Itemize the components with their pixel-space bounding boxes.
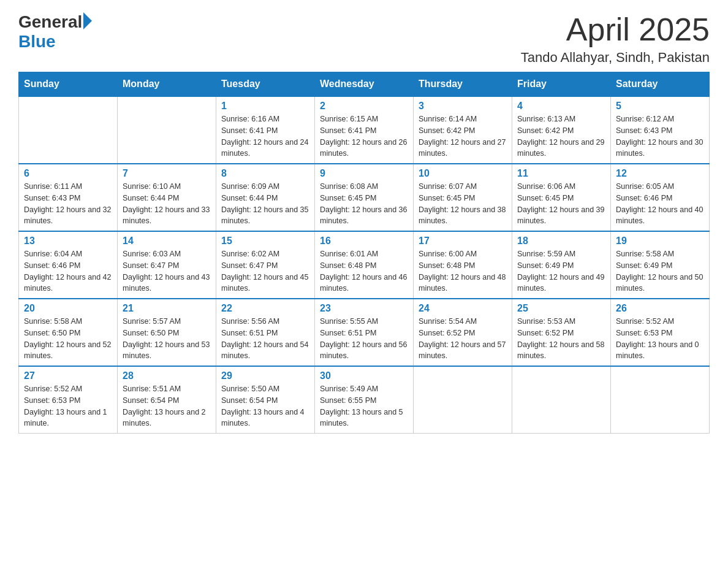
day-number: 12 xyxy=(616,168,704,179)
calendar-cell: 1Sunrise: 6:16 AMSunset: 6:41 PMDaylight… xyxy=(216,96,315,164)
calendar-cell: 30Sunrise: 5:49 AMSunset: 6:55 PMDayligh… xyxy=(315,366,414,434)
day-number: 23 xyxy=(320,303,408,314)
day-info: Sunrise: 6:04 AMSunset: 6:46 PMDaylight:… xyxy=(24,248,112,294)
day-number: 27 xyxy=(24,370,112,381)
calendar-cell: 29Sunrise: 5:50 AMSunset: 6:54 PMDayligh… xyxy=(216,366,315,434)
day-number: 26 xyxy=(616,303,704,314)
day-number: 25 xyxy=(517,303,605,314)
day-number: 21 xyxy=(123,303,211,314)
day-info: Sunrise: 6:05 AMSunset: 6:46 PMDaylight:… xyxy=(616,181,704,227)
calendar-cell: 12Sunrise: 6:05 AMSunset: 6:46 PMDayligh… xyxy=(611,164,710,231)
day-info: Sunrise: 6:01 AMSunset: 6:48 PMDaylight:… xyxy=(320,248,408,294)
day-number: 14 xyxy=(123,236,211,247)
day-number: 6 xyxy=(24,168,112,179)
logo-triangle-icon xyxy=(83,12,92,29)
title-block: April 2025 Tando Allahyar, Sindh, Pakist… xyxy=(521,12,710,66)
day-number: 9 xyxy=(320,168,408,179)
day-number: 22 xyxy=(221,303,309,314)
day-number: 7 xyxy=(123,168,211,179)
day-info: Sunrise: 5:51 AMSunset: 6:54 PMDaylight:… xyxy=(123,383,211,429)
weekday-header-monday: Monday xyxy=(118,72,216,97)
day-number: 5 xyxy=(616,101,704,112)
day-info: Sunrise: 6:08 AMSunset: 6:45 PMDaylight:… xyxy=(320,181,408,227)
day-number: 29 xyxy=(221,370,309,381)
day-info: Sunrise: 5:58 AMSunset: 6:49 PMDaylight:… xyxy=(616,248,704,294)
calendar-cell: 18Sunrise: 5:59 AMSunset: 6:49 PMDayligh… xyxy=(512,231,611,299)
calendar-cell xyxy=(19,96,118,164)
calendar-cell: 22Sunrise: 5:56 AMSunset: 6:51 PMDayligh… xyxy=(216,299,315,366)
day-info: Sunrise: 6:11 AMSunset: 6:43 PMDaylight:… xyxy=(24,181,112,227)
day-info: Sunrise: 5:52 AMSunset: 6:53 PMDaylight:… xyxy=(24,383,112,429)
day-info: Sunrise: 6:00 AMSunset: 6:48 PMDaylight:… xyxy=(419,248,507,294)
calendar-cell: 10Sunrise: 6:07 AMSunset: 6:45 PMDayligh… xyxy=(414,164,512,231)
weekday-header-thursday: Thursday xyxy=(414,72,512,97)
calendar-cell: 6Sunrise: 6:11 AMSunset: 6:43 PMDaylight… xyxy=(19,164,118,231)
weekday-header-saturday: Saturday xyxy=(611,72,710,97)
day-info: Sunrise: 6:12 AMSunset: 6:43 PMDaylight:… xyxy=(616,113,704,159)
week-row-5: 27Sunrise: 5:52 AMSunset: 6:53 PMDayligh… xyxy=(19,366,710,434)
day-info: Sunrise: 6:14 AMSunset: 6:42 PMDaylight:… xyxy=(419,113,507,159)
week-row-2: 6Sunrise: 6:11 AMSunset: 6:43 PMDaylight… xyxy=(19,164,710,231)
day-number: 8 xyxy=(221,168,309,179)
day-number: 2 xyxy=(320,101,408,112)
logo-general-text: General xyxy=(18,12,82,32)
calendar-cell: 16Sunrise: 6:01 AMSunset: 6:48 PMDayligh… xyxy=(315,231,414,299)
day-info: Sunrise: 5:55 AMSunset: 6:51 PMDaylight:… xyxy=(320,316,408,362)
day-info: Sunrise: 5:53 AMSunset: 6:52 PMDaylight:… xyxy=(517,316,605,362)
calendar-cell: 8Sunrise: 6:09 AMSunset: 6:44 PMDaylight… xyxy=(216,164,315,231)
day-info: Sunrise: 6:06 AMSunset: 6:45 PMDaylight:… xyxy=(517,181,605,227)
calendar-cell: 19Sunrise: 5:58 AMSunset: 6:49 PMDayligh… xyxy=(611,231,710,299)
calendar-cell: 17Sunrise: 6:00 AMSunset: 6:48 PMDayligh… xyxy=(414,231,512,299)
calendar-cell xyxy=(611,366,710,434)
calendar-cell: 28Sunrise: 5:51 AMSunset: 6:54 PMDayligh… xyxy=(118,366,216,434)
day-info: Sunrise: 5:49 AMSunset: 6:55 PMDaylight:… xyxy=(320,383,408,429)
calendar-cell: 23Sunrise: 5:55 AMSunset: 6:51 PMDayligh… xyxy=(315,299,414,366)
day-number: 13 xyxy=(24,236,112,247)
calendar-cell: 20Sunrise: 5:58 AMSunset: 6:50 PMDayligh… xyxy=(19,299,118,366)
calendar-cell: 27Sunrise: 5:52 AMSunset: 6:53 PMDayligh… xyxy=(19,366,118,434)
calendar-cell: 9Sunrise: 6:08 AMSunset: 6:45 PMDaylight… xyxy=(315,164,414,231)
day-number: 4 xyxy=(517,101,605,112)
day-info: Sunrise: 5:56 AMSunset: 6:51 PMDaylight:… xyxy=(221,316,309,362)
week-row-3: 13Sunrise: 6:04 AMSunset: 6:46 PMDayligh… xyxy=(19,231,710,299)
day-info: Sunrise: 5:52 AMSunset: 6:53 PMDaylight:… xyxy=(616,316,704,362)
day-info: Sunrise: 6:03 AMSunset: 6:47 PMDaylight:… xyxy=(123,248,211,294)
day-info: Sunrise: 5:58 AMSunset: 6:50 PMDaylight:… xyxy=(24,316,112,362)
calendar-cell: 26Sunrise: 5:52 AMSunset: 6:53 PMDayligh… xyxy=(611,299,710,366)
calendar-cell: 15Sunrise: 6:02 AMSunset: 6:47 PMDayligh… xyxy=(216,231,315,299)
day-info: Sunrise: 5:57 AMSunset: 6:50 PMDaylight:… xyxy=(123,316,211,362)
weekday-header-wednesday: Wednesday xyxy=(315,72,414,97)
calendar-cell: 25Sunrise: 5:53 AMSunset: 6:52 PMDayligh… xyxy=(512,299,611,366)
logo: General Blue xyxy=(18,12,92,52)
weekday-header-row: SundayMondayTuesdayWednesdayThursdayFrid… xyxy=(19,72,710,97)
calendar-cell: 7Sunrise: 6:10 AMSunset: 6:44 PMDaylight… xyxy=(118,164,216,231)
page-header: General Blue April 2025 Tando Allahyar, … xyxy=(18,12,710,66)
calendar-cell: 21Sunrise: 5:57 AMSunset: 6:50 PMDayligh… xyxy=(118,299,216,366)
day-number: 19 xyxy=(616,236,704,247)
calendar-cell xyxy=(414,366,512,434)
day-info: Sunrise: 6:10 AMSunset: 6:44 PMDaylight:… xyxy=(123,181,211,227)
day-info: Sunrise: 6:15 AMSunset: 6:41 PMDaylight:… xyxy=(320,113,408,159)
calendar-cell xyxy=(118,96,216,164)
day-info: Sunrise: 5:54 AMSunset: 6:52 PMDaylight:… xyxy=(419,316,507,362)
calendar-cell: 11Sunrise: 6:06 AMSunset: 6:45 PMDayligh… xyxy=(512,164,611,231)
day-number: 28 xyxy=(123,370,211,381)
calendar-cell: 14Sunrise: 6:03 AMSunset: 6:47 PMDayligh… xyxy=(118,231,216,299)
day-info: Sunrise: 6:02 AMSunset: 6:47 PMDaylight:… xyxy=(221,248,309,294)
day-info: Sunrise: 6:09 AMSunset: 6:44 PMDaylight:… xyxy=(221,181,309,227)
day-number: 20 xyxy=(24,303,112,314)
day-info: Sunrise: 6:16 AMSunset: 6:41 PMDaylight:… xyxy=(221,113,309,159)
day-number: 30 xyxy=(320,370,408,381)
day-number: 16 xyxy=(320,236,408,247)
location-title: Tando Allahyar, Sindh, Pakistan xyxy=(521,50,710,66)
calendar-cell xyxy=(512,366,611,434)
month-title: April 2025 xyxy=(521,12,710,47)
weekday-header-friday: Friday xyxy=(512,72,611,97)
calendar-table: SundayMondayTuesdayWednesdayThursdayFrid… xyxy=(18,72,710,434)
day-number: 10 xyxy=(419,168,507,179)
day-number: 15 xyxy=(221,236,309,247)
weekday-header-tuesday: Tuesday xyxy=(216,72,315,97)
day-number: 1 xyxy=(221,101,309,112)
day-info: Sunrise: 5:59 AMSunset: 6:49 PMDaylight:… xyxy=(517,248,605,294)
day-number: 24 xyxy=(419,303,507,314)
